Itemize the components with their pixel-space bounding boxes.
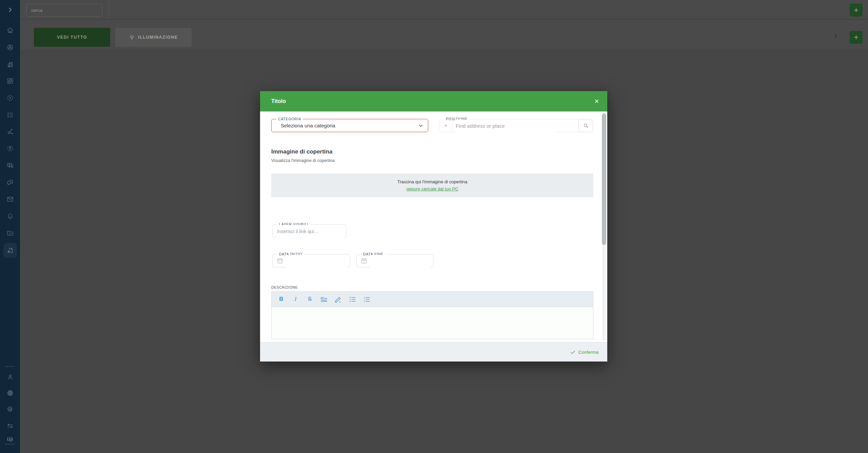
conferma-button[interactable]: Conferma [568, 349, 600, 355]
tab-illuminazione[interactable]: ILLUMINAZIONE [115, 28, 192, 47]
sidebar-item-profile[interactable] [3, 370, 17, 385]
sidebar-item-settings[interactable] [3, 402, 17, 417]
sidebar-item-notifications[interactable] [3, 209, 17, 224]
modal-scrollbar-thumb[interactable] [602, 114, 606, 245]
editor-toolbar: B I S 12 [271, 291, 593, 307]
modal-header: Titolo ✕ [260, 91, 607, 111]
svg-text:1: 1 [364, 296, 365, 299]
data-inizio-input[interactable] [286, 255, 347, 267]
category-tab-bar: VEDI TUTTO ILLUMINAZIONE + [20, 20, 868, 50]
chevron-down-icon [418, 123, 424, 129]
tabs-scroll-right-icon[interactable] [833, 33, 839, 39]
geolocation-icon [6, 145, 14, 152]
data-inizio-field: DATA INIZIO 1 [272, 254, 350, 267]
search-icon[interactable] [578, 119, 593, 132]
sidebar-item-language[interactable] [3, 386, 17, 400]
bulleted-list-icon[interactable] [348, 295, 357, 304]
gear-icon [6, 406, 14, 413]
search-input[interactable] [26, 4, 102, 17]
layer-visibili-field: LAYER VISIBILI [272, 224, 347, 238]
document-approve-icon [6, 247, 14, 254]
sidebar-item-wheel[interactable] [3, 40, 17, 55]
bell-icon [6, 212, 14, 220]
sidebar-item-document-approval[interactable] [3, 243, 17, 258]
pen-icon[interactable] [334, 295, 342, 304]
modal-title: Titolo [271, 98, 286, 104]
sidebar-item-home[interactable] [3, 23, 17, 38]
conferma-label: Conferma [578, 350, 598, 355]
globe-icon [6, 389, 14, 397]
categoria-value: Seleziona una categoria [281, 119, 335, 132]
app-root: + VEDI TUTTO ILLUMINAZIONE + [0, 0, 868, 453]
hub-icon [6, 128, 14, 136]
sidebar-item-chat[interactable] [3, 175, 17, 190]
svg-text:1: 1 [279, 260, 281, 263]
italic-icon[interactable]: I [291, 295, 300, 304]
dashboard-grid-icon [6, 77, 14, 85]
modal-scrollbar[interactable] [602, 113, 606, 341]
logo-glyph: üjı [7, 436, 13, 442]
sidebar-item-mail[interactable] [3, 192, 17, 207]
posizione-field: POSIZIONE [439, 119, 593, 132]
sidebar-item-dashboard[interactable] [3, 74, 17, 88]
folder-icon [6, 229, 14, 237]
layer-link-input[interactable] [276, 225, 344, 238]
checklist-icon [6, 111, 14, 119]
building-icon [6, 61, 14, 68]
cover-image-heading: Immagine di copertina [271, 148, 332, 155]
blockquote-icon[interactable] [320, 295, 328, 304]
svg-text:2: 2 [364, 299, 365, 302]
calendar-icon[interactable]: 1 [276, 257, 283, 264]
add-button-tabs[interactable]: + [850, 31, 863, 44]
sidebar-divider [5, 366, 15, 367]
home-icon [6, 27, 14, 34]
cover-image-dropzone[interactable]: Trascina qui l'immagine di copertina opp… [271, 173, 593, 197]
svg-text:1: 1 [363, 260, 365, 263]
lightbulb-icon [129, 34, 135, 40]
geocoder-sources-dropdown-icon[interactable] [439, 119, 452, 132]
descrizione-textarea[interactable] [271, 307, 593, 339]
bold-icon[interactable]: B [277, 295, 285, 304]
sidebar-expand-icon[interactable] [0, 5, 20, 15]
create-event-modal: Titolo ✕ CATEGORIA Seleziona una categor… [260, 91, 607, 362]
modal-body: CATEGORIA Seleziona una categoria POSIZI… [260, 111, 607, 342]
sidebar-item-transfer[interactable] [3, 418, 17, 433]
calendar-icon[interactable]: 1 [360, 257, 368, 264]
strikethrough-icon[interactable]: S [305, 295, 314, 304]
chat-icon [6, 179, 14, 186]
topbar-divider [108, 0, 109, 19]
cover-image-subheading: Visualizza l'immagine di copertina [271, 158, 335, 163]
dropzone-text: Trascina qui l'immagine di copertina [397, 179, 467, 184]
sidebar-item-checklist[interactable] [3, 107, 17, 122]
mail-icon [6, 195, 14, 203]
sidebar-item-hub[interactable] [3, 124, 17, 139]
swap-icon [6, 422, 14, 430]
topbar: + [20, 0, 868, 19]
logo-subtext: wisetown [0, 443, 20, 445]
address-search-input[interactable] [455, 120, 555, 132]
descrizione-label: DESCRIZIONE [271, 285, 298, 289]
categoria-select[interactable]: CATEGORIA Seleziona una categoria [271, 119, 428, 132]
sidebar-item-network[interactable] [3, 90, 17, 105]
data-fine-input[interactable] [370, 255, 430, 267]
numbered-list-icon[interactable]: 12 [362, 295, 371, 304]
sidebar: üjıwisetown [0, 0, 20, 453]
wheel-icon [6, 44, 14, 51]
upload-from-pc-link[interactable]: oppure caricale dal tuo PC [406, 186, 458, 191]
sidebar-item-geolocation[interactable] [3, 141, 17, 156]
sidebar-item-devices[interactable] [3, 158, 17, 173]
close-icon[interactable]: ✕ [593, 97, 600, 106]
data-fine-field: DATA FINE 1 [356, 254, 433, 267]
add-button-topbar[interactable]: + [850, 4, 863, 17]
user-icon [6, 373, 14, 381]
network-icon [6, 94, 14, 102]
devices-icon [6, 162, 14, 169]
check-icon [570, 349, 576, 355]
descrizione-editor: B I S 12 [271, 291, 593, 339]
modal-footer: Conferma [260, 342, 607, 362]
sidebar-item-folder[interactable] [3, 226, 17, 241]
tab-vedi-tutto[interactable]: VEDI TUTTO [34, 28, 110, 47]
sidebar-item-municipality[interactable] [3, 57, 17, 72]
tab-illuminazione-label: ILLUMINAZIONE [138, 35, 178, 40]
app-logo: üjıwisetown [0, 436, 20, 445]
